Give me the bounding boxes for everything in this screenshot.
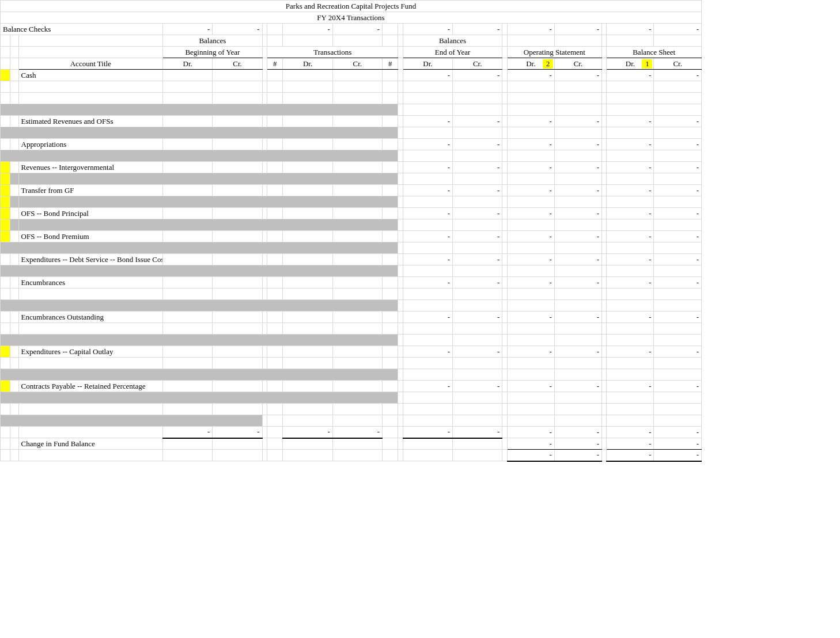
hdr-bs-cr: Cr. — [654, 58, 702, 70]
hdr-balsheet: Balance Sheet — [607, 47, 702, 58]
row-estrev: Estimated Revenues and OFSs - - - - - - — [1, 116, 702, 127]
marker-cash — [1, 70, 10, 81]
hdr-balances-end: Balances — [403, 35, 502, 47]
acct-estrev: Estimated Revenues and OFSs — [18, 116, 163, 127]
hdr-begin-dr: Dr. — [163, 58, 213, 70]
bc-begin-cr: - — [213, 24, 262, 35]
bc-end-dr: - — [403, 24, 452, 35]
bc-tr-cr: - — [332, 24, 382, 35]
acct-ofsprem: OFS -- Bond Premium — [18, 231, 163, 242]
acct-chgfb: Change in Fund Balance — [18, 438, 163, 450]
acct-revig: Revenues -- Intergovernmental — [18, 162, 163, 173]
acct-approp: Appropriations — [18, 139, 163, 150]
section-header-row-2: Beginning of Year Transactions End of Ye… — [1, 47, 702, 58]
acct-cash: Cash — [18, 70, 163, 81]
row-expds: Expenditures -- Debt Service -- Bond Iss… — [1, 254, 702, 265]
row-ofsbp: OFS -- Bond Principal - - - - - - — [1, 208, 702, 219]
row-revig: Revenues -- Intergovernmental - - - - - … — [1, 162, 702, 173]
bc-os-dr: - — [507, 24, 554, 35]
bc-tr-dr: - — [283, 24, 332, 35]
row-chgfb: Change in Fund Balance - - - - — [1, 438, 702, 450]
hdr-balances-begin: Balances — [163, 35, 263, 47]
column-header-row: Account Title Dr. Cr. # Dr. Cr. # Dr. Cr… — [1, 58, 702, 70]
acct-enc: Encumbrances — [18, 277, 163, 288]
hdr-num-r: # — [383, 58, 398, 70]
tot-bs-dr: - — [607, 427, 654, 438]
gt-bs-dr: - — [607, 450, 654, 461]
gt-os-cr: - — [554, 450, 601, 461]
title-row-1: Parks and Recreation Capital Projects Fu… — [1, 1, 702, 12]
acct-cpr: Contracts Payable -- Retained Percentage — [18, 381, 163, 392]
tot-os-cr: - — [554, 427, 601, 438]
row-grand-total: - - - - — [1, 450, 702, 461]
hdr-opstmt: Operating Statement — [507, 47, 601, 58]
tot-begin-cr: - — [213, 427, 262, 438]
acct-ofsbp: OFS -- Bond Principal — [18, 208, 163, 219]
row-enc: Encumbrances - - - - - - — [1, 277, 702, 288]
hdr-num-l: # — [267, 58, 283, 70]
tot-end-cr: - — [453, 427, 502, 438]
hdr-end-year: End of Year — [403, 47, 502, 58]
op-chip: 2 — [543, 59, 553, 69]
title-row-2: FY 20X4 Transactions — [1, 12, 702, 24]
bs-chip: 1 — [642, 59, 652, 69]
balance-checks-row: Balance Checks - - - - - - - - - - — [1, 24, 702, 35]
chg-os-dr: - — [507, 438, 554, 450]
marker-cpr — [1, 381, 10, 392]
hdr-account: Account Title — [18, 58, 163, 70]
marker-ofsprem — [1, 231, 10, 242]
hdr-os-cr: Cr. — [554, 58, 601, 70]
row-totals: - - - - - - - - - - — [1, 427, 702, 438]
chg-bs-dr: - — [607, 438, 654, 450]
hdr-bs-dr: Dr. 1 — [607, 58, 654, 70]
row-approp: Appropriations - - - - - - — [1, 139, 702, 150]
tot-end-dr: - — [403, 427, 452, 438]
balance-checks-label: Balance Checks — [1, 24, 163, 35]
bc-end-cr: - — [453, 24, 502, 35]
hdr-tr-dr: Dr. — [283, 58, 332, 70]
bc-os-cr: - — [554, 24, 601, 35]
section-header-row-1: Balances Balances — [1, 35, 702, 47]
row-tfromgf: Transfer from GF - - - - - - — [1, 185, 702, 196]
acct-encout: Encumbrances Outstanding — [18, 312, 163, 323]
worksheet-table: Parks and Recreation Capital Projects Fu… — [0, 0, 702, 462]
row-ofsprem: OFS -- Bond Premium - - - - - - — [1, 231, 702, 242]
bc-bs-dr: - — [607, 24, 654, 35]
hdr-os-dr: Dr. 2 — [507, 58, 554, 70]
gt-bs-cr: - — [654, 450, 702, 461]
marker-expcap — [1, 346, 10, 358]
hdr-begin-year: Beginning of Year — [163, 47, 263, 58]
hdr-tr-cr: Cr. — [332, 58, 382, 70]
row-cash: Cash - - - - - - — [1, 70, 702, 81]
bc-begin-dr: - — [163, 24, 213, 35]
hdr-transactions: Transactions — [267, 47, 398, 58]
hdr-begin-cr: Cr. — [213, 58, 262, 70]
acct-tfromgf: Transfer from GF — [18, 185, 163, 196]
marker-ofsbp — [1, 208, 10, 219]
acct-expds: Expenditures -- Debt Service -- Bond Iss… — [18, 254, 163, 265]
tot-begin-dr: - — [163, 427, 213, 438]
acct-expcap: Expenditures -- Capital Outlay — [18, 346, 163, 358]
tot-tr-dr: - — [283, 427, 332, 438]
chg-bs-cr: - — [654, 438, 702, 450]
hdr-end-cr: Cr. — [453, 58, 502, 70]
hdr-end-dr: Dr. — [403, 58, 452, 70]
marker-revig — [1, 162, 10, 173]
tot-tr-cr: - — [332, 427, 382, 438]
chg-os-cr: - — [554, 438, 601, 450]
row-expcap: Expenditures -- Capital Outlay - - - - -… — [1, 346, 702, 358]
row-cpr: Contracts Payable -- Retained Percentage… — [1, 381, 702, 392]
tot-os-dr: - — [507, 427, 554, 438]
marker-tfromgf — [1, 185, 10, 196]
tot-bs-cr: - — [654, 427, 702, 438]
gt-os-dr: - — [507, 450, 554, 461]
bc-bs-cr: - — [654, 24, 702, 35]
row-encout: Encumbrances Outstanding - - - - - - — [1, 312, 702, 323]
